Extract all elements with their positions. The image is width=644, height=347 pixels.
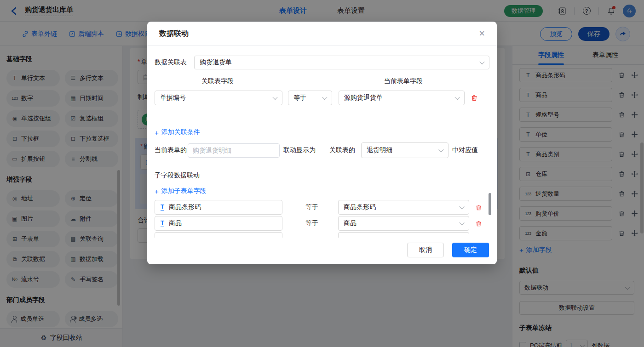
subfield-target-value: 商品条形码 <box>344 203 376 211</box>
current-field-select[interactable]: 源购货退货单 <box>339 91 465 105</box>
cancel-button[interactable]: 取消 <box>407 243 444 257</box>
chevron-down-icon <box>454 95 460 100</box>
subfield-row: T 商品条形码 等于 商品条形码 <box>155 200 489 215</box>
modal-scrollbar[interactable] <box>489 193 491 215</box>
chevron-down-icon <box>322 95 327 100</box>
current-form-field-input[interactable] <box>188 143 280 158</box>
add-condition-link[interactable]: 添加关联条件 <box>155 128 200 137</box>
current-field-column-header: 当前表单字段 <box>384 77 423 85</box>
subfield-row-partial <box>155 232 489 238</box>
operator-value: 等于 <box>293 94 306 102</box>
subfield-rows: T 商品条形码 等于 商品条形码 T 商品 等于 <box>155 200 489 238</box>
related-table-label: 关联表的 <box>329 146 355 154</box>
relation-table-label: 数据关联表 <box>155 58 187 67</box>
delete-condition-icon[interactable] <box>471 94 478 102</box>
equals-label: 等于 <box>305 219 324 228</box>
delete-subfield-icon[interactable] <box>475 204 482 211</box>
related-subform-select[interactable]: 退货明细 <box>361 142 448 158</box>
related-field-select[interactable]: 单据编号 <box>155 91 282 105</box>
data-linkage-modal: 数据联动 × 数据关联表 购货退货单 关联表字段 当前表单字段 单据编号 <box>147 22 497 264</box>
subfield-row: T 商品 等于 商品 <box>155 216 489 231</box>
modal-title: 数据联动 <box>159 29 189 39</box>
subfield-source-box[interactable]: T 商品 <box>155 216 282 231</box>
chevron-down-icon <box>459 204 464 209</box>
subfield-source-box[interactable] <box>155 232 282 238</box>
related-subform-value: 退货明细 <box>367 146 392 154</box>
chevron-down-icon <box>438 147 443 152</box>
text-field-icon: T <box>161 220 164 227</box>
linkage-condition-row: 单据编号 等于 源购货退货单 <box>155 91 489 105</box>
app-root: 购货退货出库单 表单设计 表单设置 数据管理 ? 存 表单外 <box>0 0 644 347</box>
current-field-value: 源购货退货单 <box>344 94 383 102</box>
subfield-linkage-title: 子字段数据联动 <box>155 171 489 180</box>
subfield-target-select[interactable] <box>338 232 469 238</box>
text-field-icon: T <box>161 204 164 210</box>
subfield-source-label: 商品 <box>169 219 182 228</box>
chevron-down-icon <box>459 220 464 225</box>
equals-label: 等于 <box>305 203 324 211</box>
subfield-target-value: 商品 <box>344 219 356 228</box>
add-subfield-link[interactable]: 添加子表单字段 <box>155 187 207 195</box>
relation-table-select[interactable]: 购货退货单 <box>194 56 489 69</box>
subfield-source-label: 商品条形码 <box>169 203 201 211</box>
subfield-target-select[interactable]: 商品条形码 <box>338 200 469 215</box>
confirm-button[interactable]: 确定 <box>452 243 489 257</box>
display-as-label: 联动显示为 <box>283 146 316 154</box>
related-field-column-header: 关联表字段 <box>201 77 234 85</box>
corresponding-value-label: 中对应值 <box>452 146 478 154</box>
chevron-down-icon <box>272 95 277 100</box>
delete-subfield-icon[interactable] <box>475 220 482 227</box>
subfield-target-select[interactable]: 商品 <box>338 216 469 231</box>
current-form-label: 当前表单的 <box>155 146 187 154</box>
close-icon[interactable]: × <box>479 28 485 39</box>
chevron-down-icon <box>479 59 484 64</box>
subfield-source-box[interactable]: T 商品条形码 <box>155 200 282 215</box>
operator-select[interactable]: 等于 <box>288 91 332 105</box>
relation-table-value: 购货退货单 <box>200 58 232 67</box>
related-field-value: 单据编号 <box>160 94 186 102</box>
